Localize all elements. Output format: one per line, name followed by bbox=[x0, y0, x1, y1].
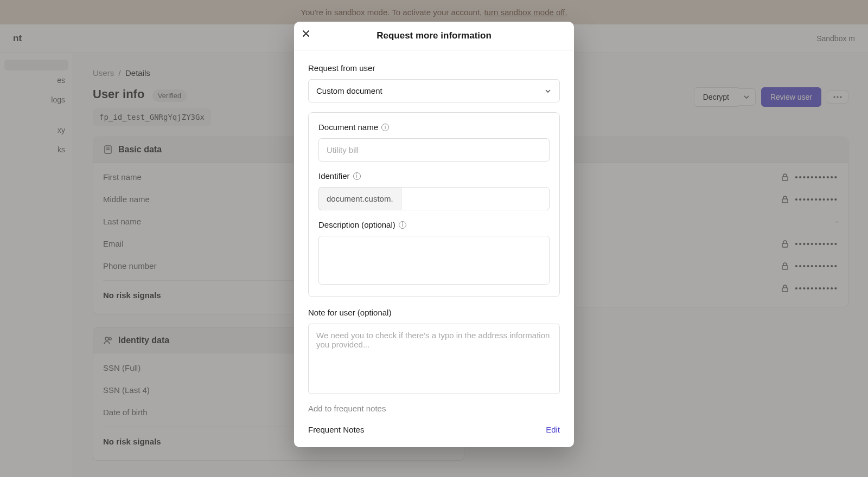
identifier-label: Identifier bbox=[318, 171, 350, 181]
add-to-frequent-notes[interactable]: Add to frequent notes bbox=[308, 404, 560, 413]
request-from-label: Request from user bbox=[308, 63, 560, 73]
chevron-down-icon bbox=[544, 87, 552, 95]
request-type-select[interactable]: Custom document bbox=[308, 79, 560, 102]
close-icon bbox=[302, 29, 310, 38]
info-icon[interactable]: i bbox=[399, 221, 406, 229]
note-label: Note for user (optional) bbox=[308, 308, 560, 317]
modal-title: Request more information bbox=[303, 30, 565, 41]
frequent-notes-label: Frequent Notes bbox=[308, 425, 364, 434]
note-textarea[interactable] bbox=[308, 324, 560, 394]
edit-frequent-notes[interactable]: Edit bbox=[546, 425, 560, 434]
identifier-prefix: document.custom. bbox=[318, 187, 401, 210]
document-name-input[interactable] bbox=[318, 138, 550, 162]
modal-overlay[interactable]: Request more information Request from us… bbox=[0, 0, 868, 477]
document-config-box: Document namei Identifieri document.cust… bbox=[308, 112, 560, 297]
description-label: Description (optional) bbox=[318, 220, 395, 229]
info-icon[interactable]: i bbox=[381, 124, 389, 131]
close-button[interactable] bbox=[302, 29, 310, 38]
identifier-input[interactable] bbox=[401, 187, 550, 210]
select-value: Custom document bbox=[316, 86, 382, 95]
request-info-modal: Request more information Request from us… bbox=[294, 22, 574, 447]
description-textarea[interactable] bbox=[318, 236, 550, 285]
document-name-label: Document name bbox=[318, 123, 378, 132]
info-icon[interactable]: i bbox=[353, 172, 361, 180]
